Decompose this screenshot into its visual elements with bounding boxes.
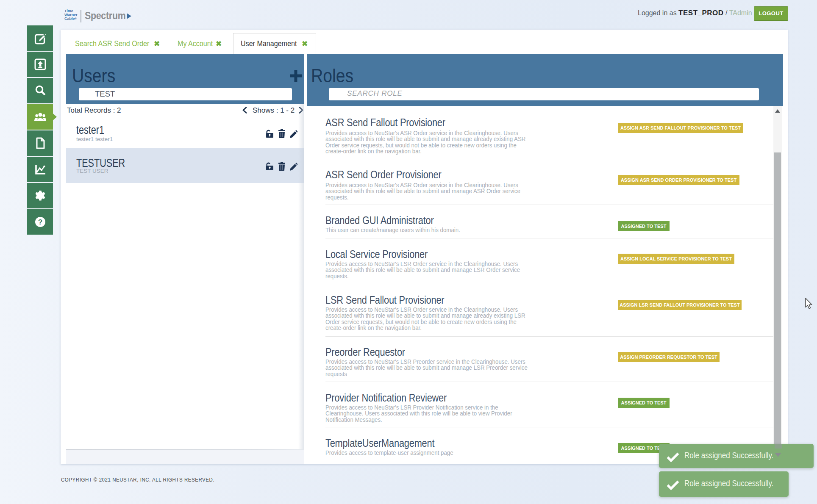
svg-text:?: ? (38, 218, 42, 226)
